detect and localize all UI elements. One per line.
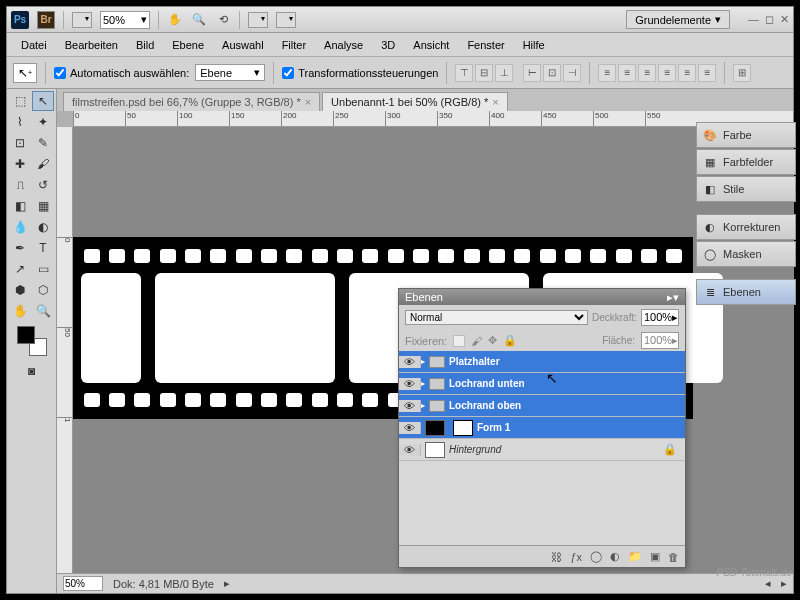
pen-tool[interactable]: ✒ bbox=[9, 238, 31, 258]
layer-row[interactable]: 👁▸Lochrand unten bbox=[399, 373, 685, 395]
move-tool-indicator[interactable]: ↖+ bbox=[13, 63, 37, 83]
distribute-hcenter-icon[interactable]: ≡ bbox=[678, 64, 696, 82]
panel-korrekturen[interactable]: ◐Korrekturen bbox=[696, 214, 796, 240]
panel-farbe[interactable]: 🎨Farbe bbox=[696, 122, 796, 148]
lock-paint-icon[interactable]: 🖌 bbox=[471, 335, 482, 347]
panel-farbfelder[interactable]: ▦Farbfelder bbox=[696, 149, 796, 175]
link-layers-icon[interactable]: ⛓ bbox=[551, 551, 562, 563]
screen-mode-dropdown[interactable] bbox=[276, 12, 296, 28]
lasso-tool[interactable]: ⌇ bbox=[9, 112, 31, 132]
path-tool[interactable]: ↗ bbox=[9, 259, 31, 279]
arrange-dropdown[interactable] bbox=[248, 12, 268, 28]
auto-select-checkbox[interactable]: Automatisch auswählen: bbox=[54, 67, 189, 79]
menu-auswahl[interactable]: Auswahl bbox=[214, 36, 272, 54]
zoom-tool[interactable]: 🔍 bbox=[32, 301, 54, 321]
blur-tool[interactable]: 💧 bbox=[9, 217, 31, 237]
hand-icon[interactable]: ✋ bbox=[167, 12, 183, 28]
history-brush-tool[interactable]: ↺ bbox=[32, 175, 54, 195]
crop-tool[interactable]: ⊡ bbox=[9, 133, 31, 153]
document-tab[interactable]: Unbenannt-1 bei 50% (RGB/8) *× bbox=[322, 92, 508, 111]
layer-row[interactable]: 👁▸Lochrand oben bbox=[399, 395, 685, 417]
align-vcenter-icon[interactable]: ⊟ bbox=[475, 64, 493, 82]
heal-tool[interactable]: ✚ bbox=[9, 154, 31, 174]
menu-fenster[interactable]: Fenster bbox=[459, 36, 512, 54]
3d-camera-tool[interactable]: ⬡ bbox=[32, 280, 54, 300]
menu-filter[interactable]: Filter bbox=[274, 36, 314, 54]
3d-tool[interactable]: ⬢ bbox=[9, 280, 31, 300]
layer-row[interactable]: 👁Form 1 bbox=[399, 417, 685, 439]
panel-ebenen[interactable]: ≣Ebenen bbox=[696, 279, 796, 305]
zoom-select[interactable]: 50%▾ bbox=[100, 11, 150, 29]
blend-mode-select[interactable]: Normal bbox=[405, 310, 588, 325]
type-tool[interactable]: T bbox=[32, 238, 54, 258]
document-tab[interactable]: filmstreifen.psd bei 66,7% (Gruppe 3, RG… bbox=[63, 92, 320, 111]
eyedropper-tool[interactable]: ✎ bbox=[32, 133, 54, 153]
stamp-tool[interactable]: ⎍ bbox=[9, 175, 31, 195]
rotate-view-icon[interactable]: ⟲ bbox=[215, 12, 231, 28]
distribute-bottom-icon[interactable]: ≡ bbox=[638, 64, 656, 82]
wand-tool[interactable]: ✦ bbox=[32, 112, 54, 132]
panel-stile[interactable]: ◧Stile bbox=[696, 176, 796, 202]
close-icon[interactable]: ✕ bbox=[780, 13, 789, 26]
panel-menu-icon[interactable]: ▸▾ bbox=[667, 291, 679, 304]
lock-all-icon[interactable]: 🔒 bbox=[503, 334, 517, 347]
view-extras-dropdown[interactable] bbox=[72, 12, 92, 28]
zoom-icon[interactable]: 🔍 bbox=[191, 12, 207, 28]
menu-hilfe[interactable]: Hilfe bbox=[515, 36, 553, 54]
fill-input[interactable]: 100%▸ bbox=[641, 332, 679, 349]
distribute-top-icon[interactable]: ≡ bbox=[598, 64, 616, 82]
new-layer-icon[interactable]: ▣ bbox=[650, 550, 660, 563]
bridge-icon[interactable]: Br bbox=[37, 11, 55, 29]
layer-row[interactable]: 👁▸Platzhalter bbox=[399, 351, 685, 373]
brush-tool[interactable]: 🖌 bbox=[32, 154, 54, 174]
menu-bearbeiten[interactable]: Bearbeiten bbox=[57, 36, 126, 54]
dodge-tool[interactable]: ◐ bbox=[32, 217, 54, 237]
tab-close-icon[interactable]: × bbox=[305, 96, 311, 108]
color-swatches[interactable] bbox=[17, 326, 47, 356]
quickmask-icon[interactable]: ◙ bbox=[21, 361, 43, 381]
visibility-icon[interactable]: 👁 bbox=[399, 378, 421, 390]
visibility-icon[interactable]: 👁 bbox=[399, 356, 421, 368]
align-top-icon[interactable]: ⊤ bbox=[455, 64, 473, 82]
menu-datei[interactable]: Datei bbox=[13, 36, 55, 54]
menu-ebene[interactable]: Ebene bbox=[164, 36, 212, 54]
group-icon[interactable]: 📁 bbox=[628, 550, 642, 563]
transform-controls-checkbox[interactable]: Transformationssteuerungen bbox=[282, 67, 438, 79]
visibility-icon[interactable]: 👁 bbox=[399, 400, 421, 412]
adjustment-layer-icon[interactable]: ◐ bbox=[610, 550, 620, 563]
delete-layer-icon[interactable]: 🗑 bbox=[668, 551, 679, 563]
eraser-tool[interactable]: ◧ bbox=[9, 196, 31, 216]
lock-move-icon[interactable]: ✥ bbox=[488, 334, 497, 347]
opacity-input[interactable]: 100%▸ bbox=[641, 309, 679, 326]
align-bottom-icon[interactable]: ⊥ bbox=[495, 64, 513, 82]
panel-masken[interactable]: ◯Masken bbox=[696, 241, 796, 267]
hand-tool[interactable]: ✋ bbox=[9, 301, 31, 321]
lock-transparency-icon[interactable] bbox=[453, 335, 465, 347]
align-left-icon[interactable]: ⊢ bbox=[523, 64, 541, 82]
zoom-input[interactable] bbox=[63, 576, 103, 591]
mask-icon[interactable]: ◯ bbox=[590, 550, 602, 563]
distribute-vcenter-icon[interactable]: ≡ bbox=[618, 64, 636, 82]
menu-3d[interactable]: 3D bbox=[373, 36, 403, 54]
align-hcenter-icon[interactable]: ⊡ bbox=[543, 64, 561, 82]
menu-bild[interactable]: Bild bbox=[128, 36, 162, 54]
move-tool[interactable]: ↖ bbox=[32, 91, 54, 111]
auto-select-target[interactable]: Ebene▾ bbox=[195, 64, 265, 81]
minimize-icon[interactable]: — bbox=[748, 13, 759, 26]
fx-icon[interactable]: ƒx bbox=[570, 551, 582, 563]
layer-row[interactable]: 👁Hintergrund🔒 bbox=[399, 439, 685, 461]
workspace-switcher[interactable]: Grundelemente▾ bbox=[626, 10, 730, 29]
menu-ansicht[interactable]: Ansicht bbox=[405, 36, 457, 54]
distribute-right-icon[interactable]: ≡ bbox=[698, 64, 716, 82]
visibility-icon[interactable]: 👁 bbox=[399, 444, 421, 456]
align-right-icon[interactable]: ⊣ bbox=[563, 64, 581, 82]
shape-tool[interactable]: ▭ bbox=[32, 259, 54, 279]
auto-align-icon[interactable]: ⊞ bbox=[733, 64, 751, 82]
distribute-left-icon[interactable]: ≡ bbox=[658, 64, 676, 82]
visibility-icon[interactable]: 👁 bbox=[399, 422, 421, 434]
maximize-icon[interactable]: ◻ bbox=[765, 13, 774, 26]
gradient-tool[interactable]: ▦ bbox=[32, 196, 54, 216]
marquee-tool[interactable]: ⬚ bbox=[9, 91, 31, 111]
menu-analyse[interactable]: Analyse bbox=[316, 36, 371, 54]
tab-close-icon[interactable]: × bbox=[492, 96, 498, 108]
